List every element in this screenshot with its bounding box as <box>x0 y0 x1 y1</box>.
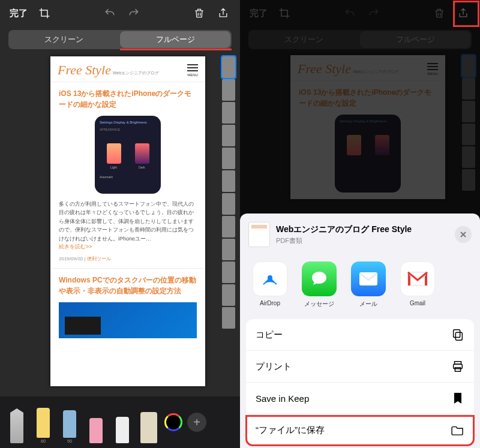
thumbnail[interactable] <box>222 170 235 192</box>
airdrop-icon <box>253 261 287 296</box>
read-more-link: 続きを読む>> <box>59 243 197 251</box>
article-image: Settings Display & Brightness APPEARANCE… <box>95 116 161 194</box>
marker-tool[interactable]: 80 <box>32 401 54 443</box>
close-icon[interactable] <box>455 226 472 243</box>
pen-tool[interactable] <box>6 401 28 443</box>
tab-fullpage[interactable]: フルページ <box>120 31 230 48</box>
undo-icon[interactable] <box>339 4 361 23</box>
tab-screen: スクリーン <box>248 30 359 49</box>
article-title-2: Windows PCでのタスクバーの位置の移動や表示・非表示の自動調整の設定方法 <box>59 275 197 296</box>
site-logo: Free Style <box>58 62 111 77</box>
hamburger-icon: MENU <box>187 64 198 77</box>
site-tagline: Webエンジニアのブログ <box>113 71 159 75</box>
tab-fullpage: フルページ <box>360 31 470 48</box>
undo-icon[interactable] <box>99 4 121 23</box>
crop-icon[interactable] <box>274 4 295 23</box>
editor-toolbar: 完了 <box>0 0 240 26</box>
share-sheet: Webエンジニアのブログ Free Style PDF書類 AirDrop <box>240 214 480 448</box>
thumbnail[interactable] <box>222 216 235 237</box>
action-keep[interactable]: Save in Keep <box>246 383 474 414</box>
thumbnail[interactable] <box>222 148 235 169</box>
article-image-2 <box>59 302 197 338</box>
markup-toolbar: 80 50 + <box>0 396 240 448</box>
share-app-row: AirDrop メッセージ メール <box>240 254 480 319</box>
app-gmail[interactable]: Gmail <box>398 261 437 308</box>
share-action-list: コピー プリント Save in Keep <box>246 319 474 446</box>
svg-rect-7 <box>455 368 460 371</box>
ruler-tool[interactable] <box>138 401 160 443</box>
editor-toolbar: 完了 <box>240 0 480 26</box>
copy-icon <box>451 328 464 341</box>
gmail-icon <box>400 261 435 296</box>
action-copy[interactable]: コピー <box>246 319 474 351</box>
eraser-tool[interactable] <box>85 401 107 443</box>
redo-icon[interactable] <box>363 4 385 23</box>
app-messages[interactable]: メッセージ <box>300 261 338 308</box>
action-save-to-files[interactable]: “ファイル”に保存 <box>246 414 474 446</box>
page-preview[interactable]: Free Style Webエンジニアのブログ MENU iOS 13から搭載さ… <box>50 56 205 386</box>
trash-icon[interactable] <box>188 3 210 23</box>
done-button[interactable]: 完了 <box>246 4 271 23</box>
mode-segmented-control: スクリーン フルページ <box>248 30 472 49</box>
pencil-tool[interactable]: 50 <box>59 401 80 443</box>
mode-segmented-control[interactable]: スクリーン フルページ <box>8 30 232 49</box>
app-mail[interactable]: メール <box>349 261 388 308</box>
bookmark-icon <box>451 392 464 405</box>
done-button[interactable]: 完了 <box>6 4 31 23</box>
thumbnail[interactable] <box>222 102 235 124</box>
svg-rect-1 <box>359 272 377 285</box>
share-icon[interactable] <box>212 3 234 23</box>
svg-rect-4 <box>454 330 460 338</box>
mail-icon <box>351 261 386 296</box>
document-thumbnail <box>248 222 270 247</box>
share-title: Webエンジニアのブログ Free Style <box>276 224 449 235</box>
article-title: iOS 13から搭載されたiPhoneのダークモードの細かな設定 <box>59 88 197 110</box>
trash-icon[interactable] <box>428 3 450 23</box>
app-airdrop[interactable]: AirDrop <box>251 261 289 308</box>
folder-icon <box>451 423 464 437</box>
share-icon[interactable] <box>452 3 474 23</box>
share-subtitle: PDF書類 <box>276 236 449 245</box>
page-thumbnails[interactable] <box>222 56 238 392</box>
thumbnail[interactable] <box>222 261 235 283</box>
color-picker[interactable] <box>164 413 182 431</box>
action-print[interactable]: プリント <box>246 351 474 383</box>
print-icon <box>451 360 464 373</box>
lasso-tool[interactable] <box>112 401 133 443</box>
redo-icon[interactable] <box>123 4 145 23</box>
thumbnail[interactable] <box>222 56 235 78</box>
svg-rect-3 <box>455 332 462 340</box>
tab-screen[interactable]: スクリーン <box>8 30 119 49</box>
article-meta: 2019/09/20 | 便利ツール <box>59 255 197 262</box>
crop-icon[interactable] <box>34 4 55 23</box>
thumbnail[interactable] <box>222 284 235 306</box>
thumbnail[interactable] <box>222 79 235 101</box>
thumbnail[interactable] <box>222 307 235 329</box>
page-preview: Free Style Webエンジニアのブログ MENU iOS 13から搭載さ… <box>290 55 445 199</box>
thumbnail[interactable] <box>222 125 235 146</box>
article-body: 多くの方が利用しているスマートフォン中で、現代人の目の疲れは年々ひどくなっている… <box>59 200 197 243</box>
messages-icon <box>302 261 337 296</box>
thumbnail[interactable] <box>222 239 235 260</box>
add-button[interactable]: + <box>187 413 206 432</box>
thumbnail[interactable] <box>222 193 235 215</box>
